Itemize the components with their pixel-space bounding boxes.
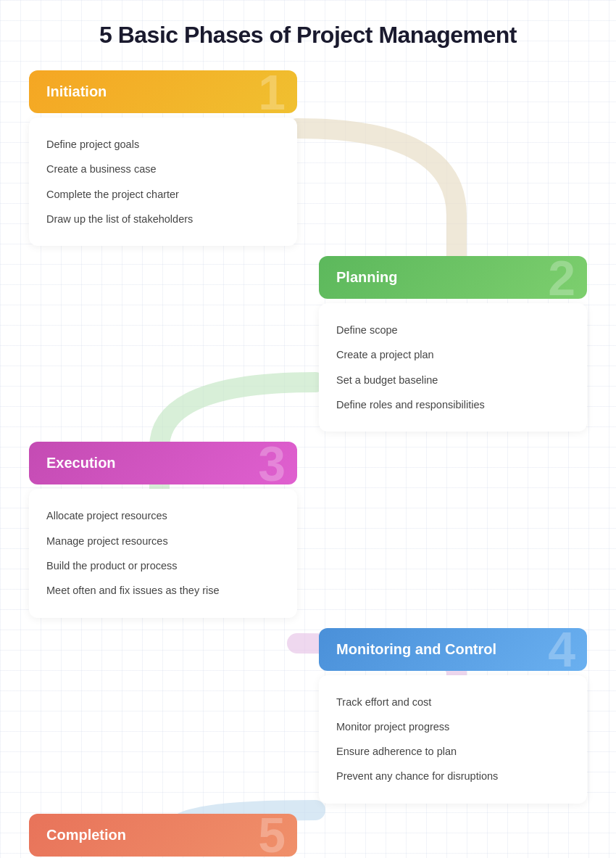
phase-initiation-header: Initiation 1 bbox=[29, 70, 297, 113]
phase-execution-number: 3 bbox=[258, 442, 286, 484]
phase-monitoring-block: Monitoring and Control 4 Track effort an… bbox=[319, 628, 587, 804]
phase-initiation-body: Define project goals Create a business c… bbox=[29, 117, 297, 246]
phase-planning-block: Planning 2 Define scope Create a project… bbox=[319, 256, 587, 432]
list-item: Ensure adherence to plan bbox=[336, 739, 570, 764]
phase-execution-label: Execution bbox=[46, 455, 116, 471]
list-item: Build the product or process bbox=[46, 553, 280, 578]
list-item: Meet often and fix issues as they rise bbox=[46, 578, 280, 603]
phase-completion-block: Completion 5 Handover deliverables Revie… bbox=[29, 814, 297, 858]
list-item: Define project goals bbox=[46, 132, 280, 157]
phase-execution-block: Execution 3 Allocate project resources M… bbox=[29, 442, 297, 617]
list-item: Set a budget baseline bbox=[336, 368, 570, 392]
phase-monitoring-header: Monitoring and Control 4 bbox=[319, 628, 587, 671]
phase-planning-body: Define scope Create a project plan Set a… bbox=[319, 303, 587, 432]
phase-initiation-block: Initiation 1 Define project goals Create… bbox=[29, 70, 297, 246]
list-item: Define scope bbox=[336, 318, 570, 342]
list-item: Create a business case bbox=[46, 157, 280, 181]
phase-execution-body: Allocate project resources Manage projec… bbox=[29, 489, 297, 617]
phase-monitoring-body: Track effort and cost Monitor project pr… bbox=[319, 675, 587, 804]
phase-initiation-number: 1 bbox=[258, 70, 286, 113]
list-item: Define roles and responsibilities bbox=[336, 392, 570, 417]
phase-monitoring-label: Monitoring and Control bbox=[336, 641, 496, 658]
phase-completion-label: Completion bbox=[46, 827, 126, 843]
phase-planning-label: Planning bbox=[336, 269, 397, 286]
list-item: Create a project plan bbox=[336, 342, 570, 367]
phase-completion-header: Completion 5 bbox=[29, 814, 297, 857]
list-item: Track effort and cost bbox=[336, 690, 570, 714]
list-item: Monitor project progress bbox=[336, 714, 570, 739]
list-item: Allocate project resources bbox=[46, 503, 280, 528]
phase-initiation-label: Initiation bbox=[46, 83, 107, 100]
phase-monitoring-number: 4 bbox=[548, 628, 575, 671]
list-item: Draw up the list of stakeholders bbox=[46, 207, 280, 231]
phase-completion-number: 5 bbox=[258, 814, 286, 857]
phase-planning-header: Planning 2 bbox=[319, 256, 587, 299]
phase-execution-header: Execution 3 bbox=[29, 442, 297, 484]
page-title: 5 Basic Phases of Project Management bbox=[29, 22, 587, 49]
phase-planning-number: 2 bbox=[548, 256, 575, 299]
list-item: Prevent any chance for disruptions bbox=[336, 764, 570, 788]
list-item: Complete the project charter bbox=[46, 182, 280, 207]
list-item: Manage project resources bbox=[46, 529, 280, 553]
